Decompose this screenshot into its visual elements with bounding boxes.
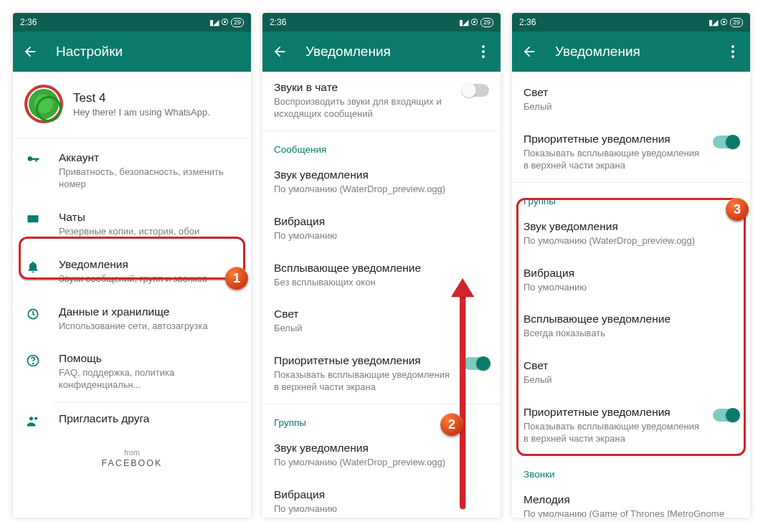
menu-chats[interactable]: ЧатыРезервные копии, история, обои — [13, 201, 251, 248]
switch-grp-priority[interactable] — [713, 409, 739, 422]
wifi-icon: ⦿ — [720, 18, 727, 27]
section-calls: Звонки — [512, 456, 750, 484]
setting-grp-priority[interactable]: Приоритетные уведомленияПоказывать всплы… — [512, 396, 750, 455]
app-bar: Настройки — [13, 32, 251, 72]
more-icon — [731, 45, 734, 58]
bell-icon — [24, 258, 42, 274]
profile-row[interactable]: Test 4 Hey there! I am using WhatsApp. — [13, 72, 251, 138]
chat-icon — [24, 211, 42, 227]
settings-menu: АккаунтПриватность, безопасность, измени… — [13, 138, 251, 438]
battery-icon: 29 — [730, 18, 743, 27]
profile-name: Test 4 — [73, 91, 210, 105]
section-messages: Сообщения — [262, 131, 501, 159]
setting-call-ringtone[interactable]: МелодияПо умолчанию (Game of Thrones [Me… — [512, 484, 750, 518]
appbar-title: Уведомления — [305, 44, 458, 60]
appbar-title: Настройки — [56, 44, 245, 60]
section-groups: Группы — [512, 183, 750, 211]
status-icons: ▮◢ ⦿ 29 — [459, 18, 493, 27]
data-icon — [24, 305, 42, 321]
wifi-icon: ⦿ — [221, 18, 228, 27]
status-bar: 2:36 ▮◢ ⦿ 29 — [262, 13, 501, 32]
help-icon — [24, 352, 42, 368]
phone-settings: 2:36 ▮◢ ⦿ 29 Настройки Test 4 Hey there!… — [13, 13, 251, 518]
battery-icon: 29 — [480, 18, 493, 27]
setting-grp-vibration[interactable]: ВибрацияПо умолчанию — [512, 257, 750, 304]
setting-chat-sounds[interactable]: Звуки в чатеВоспроизводить звуки для вхо… — [262, 72, 501, 130]
switch-chat-sounds[interactable] — [463, 84, 489, 97]
overflow-button[interactable] — [472, 40, 495, 63]
phone-notifications-2: 2:36 ▮◢ ⦿ 29 Уведомления СветБелый Приор… — [512, 13, 750, 518]
menu-invite[interactable]: Пригласить друга — [13, 402, 251, 438]
back-button[interactable] — [19, 40, 42, 63]
phone-notifications-1: 2:36 ▮◢ ⦿ 29 Уведомления Звуки в чатеВос… — [262, 13, 501, 518]
menu-data[interactable]: Данные и хранилищеИспользование сети, ав… — [13, 295, 251, 343]
back-button[interactable] — [518, 40, 541, 63]
status-time: 2:36 — [519, 17, 536, 27]
status-time: 2:36 — [20, 17, 37, 27]
setting-grp-light[interactable]: СветБелый — [512, 350, 750, 396]
signal-icon: ▮◢ — [708, 18, 717, 27]
setting-priority-top[interactable]: Приоритетные уведомленияПоказывать всплы… — [512, 123, 750, 182]
invite-icon — [24, 412, 42, 428]
svg-rect-0 — [28, 215, 39, 222]
scroll-arrow — [460, 294, 465, 509]
menu-help[interactable]: ПомощьFAQ, поддержка, политика конфиденц… — [13, 342, 251, 402]
settings-content[interactable]: Test 4 Hey there! I am using WhatsApp. А… — [13, 72, 251, 518]
status-time: 2:36 — [270, 17, 286, 27]
svg-point-4 — [29, 417, 33, 420]
arrow-back-icon — [22, 44, 38, 60]
overflow-button[interactable] — [721, 40, 744, 63]
signal-icon: ▮◢ — [209, 18, 218, 27]
switch-msg-priority[interactable] — [463, 357, 489, 370]
badge-1: 1 — [225, 267, 248, 290]
back-button[interactable] — [268, 40, 291, 63]
switch-priority-top[interactable] — [713, 136, 739, 148]
signal-icon: ▮◢ — [459, 18, 468, 27]
status-icons: ▮◢ ⦿ 29 — [708, 18, 743, 27]
avatar — [24, 85, 63, 123]
status-bar: 2:36 ▮◢ ⦿ 29 — [512, 13, 750, 32]
app-bar: Уведомления — [512, 32, 750, 72]
more-icon — [482, 45, 485, 58]
setting-grp-sound[interactable]: Звук уведомленияПо умолчанию (WaterDrop_… — [512, 211, 750, 257]
battery-icon: 29 — [231, 18, 244, 27]
status-icons: ▮◢ ⦿ 29 — [209, 18, 244, 27]
notif-content-2[interactable]: СветБелый Приоритетные уведомленияПоказы… — [512, 72, 750, 518]
profile-status: Hey there! I am using WhatsApp. — [73, 107, 210, 118]
menu-account[interactable]: АккаунтПриватность, безопасность, измени… — [13, 141, 251, 201]
setting-msg-vibration[interactable]: ВибрацияПо умолчанию — [262, 206, 501, 252]
arrow-back-icon — [521, 44, 537, 60]
appbar-title: Уведомления — [555, 44, 707, 60]
app-bar: Уведомления — [262, 32, 501, 72]
svg-point-5 — [34, 417, 37, 420]
wifi-icon: ⦿ — [470, 18, 478, 27]
status-bar: 2:36 ▮◢ ⦿ 29 — [13, 13, 251, 32]
setting-msg-sound[interactable]: Звук уведомленияПо умолчанию (WaterDrop_… — [262, 159, 501, 206]
badge-3: 3 — [726, 198, 749, 221]
arrow-back-icon — [272, 44, 288, 60]
from-facebook: from FACEBOOK — [13, 438, 251, 478]
key-icon — [24, 151, 42, 167]
setting-light-top[interactable]: СветБелый — [512, 72, 750, 123]
svg-point-3 — [33, 364, 34, 364]
screenshot-stage: 2:36 ▮◢ ⦿ 29 Настройки Test 4 Hey there!… — [13, 13, 750, 518]
setting-grp-popup[interactable]: Всплывающее уведомлениеВсегда показывать — [512, 303, 750, 350]
menu-notifications[interactable]: УведомленияЗвуки сообщений, групп и звон… — [13, 248, 251, 295]
badge-2: 2 — [440, 413, 463, 436]
